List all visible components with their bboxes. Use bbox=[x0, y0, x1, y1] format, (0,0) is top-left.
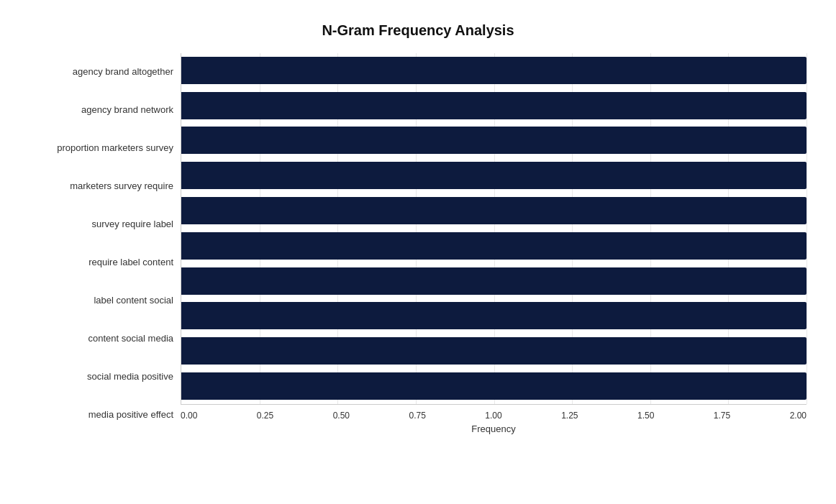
x-axis-title: Frequency bbox=[181, 423, 807, 434]
x-axis-label: 1.25 bbox=[561, 411, 578, 421]
bars-and-xaxis: 0.000.250.500.751.001.251.501.752.00 Fre… bbox=[181, 53, 807, 434]
bar bbox=[181, 127, 807, 154]
bar-row bbox=[181, 90, 807, 122]
y-axis-label: social media positive bbox=[29, 371, 173, 382]
chart-area: agency brand altogetheragency brand netw… bbox=[29, 53, 807, 434]
y-axis-label: media positive effect bbox=[29, 409, 173, 421]
bar-row bbox=[181, 160, 807, 191]
y-axis-label: label content social bbox=[29, 295, 173, 306]
bar bbox=[181, 162, 807, 189]
bar bbox=[181, 92, 807, 119]
bar bbox=[181, 372, 807, 400]
y-axis-labels: agency brand altogetheragency brand netw… bbox=[29, 53, 181, 434]
chart-title: N-Gram Frequency Analysis bbox=[29, 22, 807, 39]
bar-row bbox=[181, 195, 807, 226]
chart-container: N-Gram Frequency Analysis agency brand a… bbox=[8, 8, 828, 497]
bar-row bbox=[181, 124, 807, 156]
bar-row bbox=[181, 300, 807, 331]
bar bbox=[181, 197, 807, 224]
x-axis-label: 1.50 bbox=[637, 411, 654, 421]
y-axis-label: content social media bbox=[29, 333, 173, 344]
y-axis-label: marketers survey require bbox=[29, 180, 173, 192]
x-axis-label: 0.75 bbox=[409, 411, 425, 421]
bar bbox=[181, 337, 807, 365]
bar-row bbox=[181, 335, 807, 367]
y-axis-label: require label content bbox=[29, 257, 173, 268]
bar-row bbox=[181, 370, 807, 402]
bar bbox=[181, 57, 807, 84]
x-axis-labels: 0.000.250.500.751.001.251.501.752.00 bbox=[181, 405, 807, 421]
x-axis-label: 1.75 bbox=[714, 411, 730, 421]
y-axis-label: proportion marketers survey bbox=[29, 142, 173, 154]
bar-row bbox=[181, 265, 807, 297]
bars-section bbox=[181, 53, 807, 405]
bar-row bbox=[181, 230, 807, 262]
x-axis-label: 0.50 bbox=[333, 411, 350, 421]
x-axis-label: 2.00 bbox=[790, 411, 807, 421]
bar-row bbox=[181, 55, 807, 86]
bar bbox=[181, 232, 807, 260]
y-axis-label: agency brand network bbox=[29, 104, 173, 116]
bar bbox=[181, 267, 807, 295]
y-axis-label: agency brand altogether bbox=[29, 66, 173, 78]
bar bbox=[181, 302, 807, 329]
x-axis-label: 0.00 bbox=[181, 411, 197, 421]
x-axis-label: 0.25 bbox=[257, 411, 273, 421]
x-axis-label: 1.00 bbox=[485, 411, 501, 421]
y-axis-label: survey require label bbox=[29, 219, 173, 230]
